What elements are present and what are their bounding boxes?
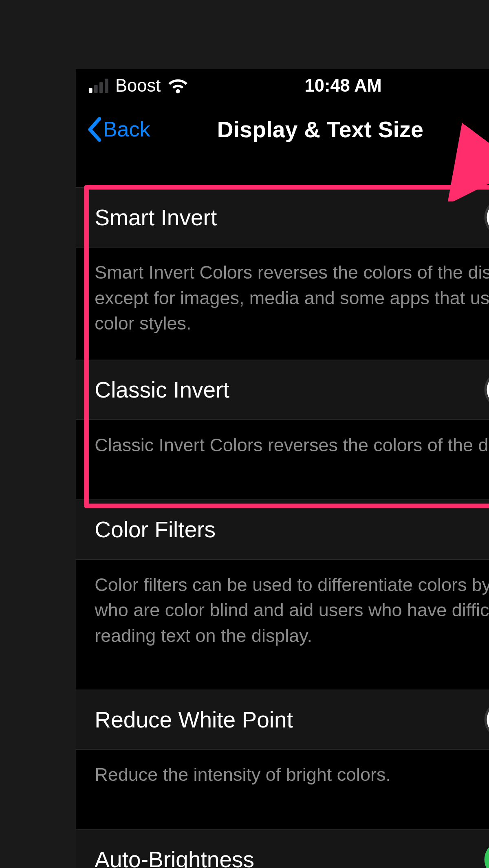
row-reduce-white-point[interactable]: Reduce White Point [76,690,489,750]
smart-invert-description: Smart Invert Colors reverses the colors … [76,247,489,360]
smart-invert-label: Smart Invert [95,204,217,230]
wifi-icon [168,78,188,93]
row-smart-invert[interactable]: Smart Invert [76,187,489,247]
auto-brightness-label: Auto-Brightness [95,847,254,868]
carrier-label: Boost [115,75,161,95]
reduce-white-point-description: Reduce the intensity of bright colors. [76,750,489,812]
phone-frame: Boost 10:48 AM Back Display & Text Size … [76,69,489,868]
classic-invert-toggle[interactable] [485,371,489,409]
status-bar: Boost 10:48 AM [76,69,489,102]
classic-invert-label: Classic Invert [95,377,229,402]
color-filters-label: Color Filters [95,517,216,542]
color-filters-description: Color filters can be used to differentia… [76,560,489,672]
classic-invert-description: Classic Invert Colors reverses the color… [76,420,489,482]
cell-signal-icon [89,79,108,93]
nav-bar: Back Display & Text Size [76,102,489,156]
row-classic-invert[interactable]: Classic Invert [76,360,489,420]
row-auto-brightness[interactable]: Auto-Brightness [76,829,489,868]
auto-brightness-toggle[interactable] [485,841,489,868]
back-label: Back [103,117,150,142]
page-title: Display & Text Size [217,116,423,142]
reduce-white-point-label: Reduce White Point [95,707,293,732]
chevron-left-icon [86,116,103,142]
reduce-white-point-toggle[interactable] [485,701,489,738]
back-button[interactable]: Back [81,102,156,156]
clock-label: 10:48 AM [305,75,382,95]
smart-invert-toggle[interactable] [485,198,489,236]
row-color-filters[interactable]: Color Filters Off [76,499,489,560]
